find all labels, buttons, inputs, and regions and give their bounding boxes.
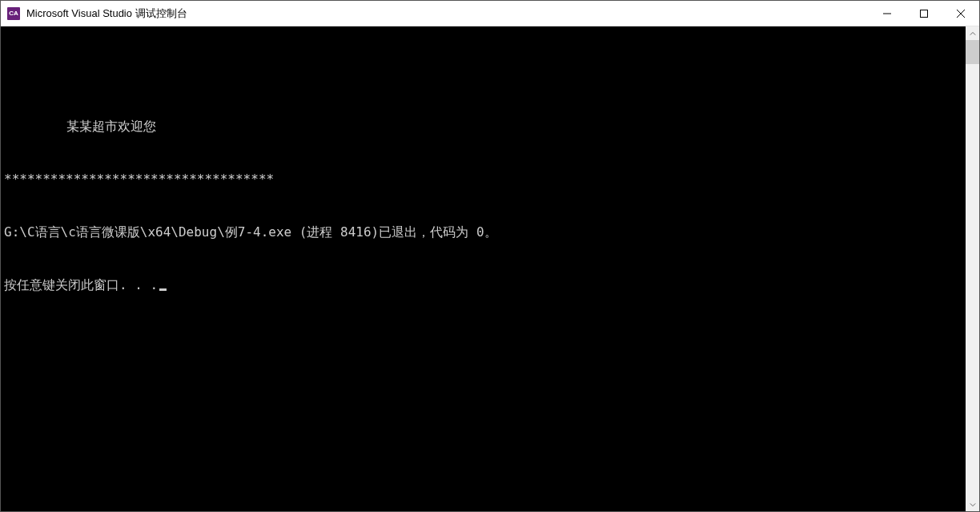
text-cursor xyxy=(159,288,167,291)
prompt-text: 按任意键关闭此窗口. . . xyxy=(4,277,158,292)
window-title: Microsoft Visual Studio 调试控制台 xyxy=(26,6,869,21)
maximize-button[interactable] xyxy=(906,1,942,26)
console-output[interactable]: 某某超市欢迎您 ********************************… xyxy=(1,26,966,511)
svg-rect-1 xyxy=(921,10,928,17)
minimize-button[interactable] xyxy=(869,1,906,26)
console-line-exit: G:\C语言\c语言微课版\x64\Debug\例7-4.exe (进程 841… xyxy=(1,224,966,241)
app-icon: CA xyxy=(7,7,20,20)
window-controls xyxy=(869,1,979,26)
console-line-stars: *********************************** xyxy=(1,171,966,188)
scroll-down-button[interactable] xyxy=(966,498,979,511)
console-line-welcome: 某某超市欢迎您 xyxy=(1,118,966,135)
vertical-scrollbar[interactable] xyxy=(966,26,979,511)
scrollbar-track[interactable] xyxy=(966,40,979,498)
client-area: 某某超市欢迎您 ********************************… xyxy=(1,26,979,511)
blank-line xyxy=(1,65,966,83)
window-titlebar: CA Microsoft Visual Studio 调试控制台 xyxy=(1,1,979,26)
close-button[interactable] xyxy=(942,1,979,26)
scroll-up-button[interactable] xyxy=(966,26,979,40)
scrollbar-thumb[interactable] xyxy=(966,40,979,64)
console-line-prompt: 按任意键关闭此窗口. . . xyxy=(1,276,966,294)
